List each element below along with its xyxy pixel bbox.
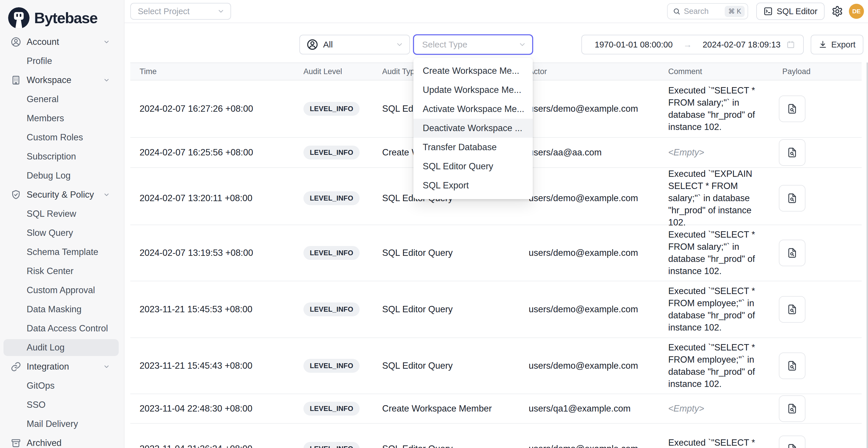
- sidebar-item-sql-review[interactable]: SQL Review: [0, 204, 124, 223]
- sidebar-item-mail-delivery[interactable]: Mail Delivery: [0, 414, 124, 434]
- chevron-down-icon: [103, 191, 110, 198]
- sidebar-item-risk-center[interactable]: Risk Center: [0, 262, 124, 281]
- sidebar-item-slow-query[interactable]: Slow Query: [0, 223, 124, 243]
- type-menu-option[interactable]: Deactivate Workspace ...: [413, 119, 533, 138]
- col-header-audit-level: Audit Level: [303, 67, 382, 76]
- type-menu-option[interactable]: Transfer Database: [413, 138, 533, 157]
- sidebar-item-general[interactable]: General: [0, 90, 124, 109]
- cell-comment: <Empty>: [668, 147, 779, 159]
- cell-audit-level: LEVEL_INFO: [303, 246, 382, 260]
- sidebar-item-workspace[interactable]: Workspace: [0, 71, 124, 90]
- bytebase-logo-icon: [8, 7, 30, 29]
- view-payload-button[interactable]: [779, 352, 805, 379]
- cell-actor: users/demo@example.com: [529, 248, 668, 258]
- settings-gear-icon[interactable]: [832, 5, 843, 17]
- cell-audit-level: LEVEL_INFO: [303, 302, 382, 316]
- search-input[interactable]: Search ⌘ K: [667, 3, 748, 20]
- view-payload-button[interactable]: [779, 139, 805, 166]
- sidebar-item-sso[interactable]: SSO: [0, 395, 124, 414]
- project-select[interactable]: Select Project: [130, 3, 231, 20]
- table-row: 2024-02-07 13:19:53 +08:00 LEVEL_INFO SQ…: [130, 225, 862, 281]
- cell-actor: users/aa@aa.com: [529, 147, 668, 158]
- level-badge: LEVEL_INFO: [303, 442, 360, 448]
- sidebar-item-debug-log[interactable]: Debug Log: [0, 166, 124, 185]
- table-row: 2023-11-21 15:45:53 +08:00 LEVEL_INFO SQ…: [130, 281, 862, 338]
- type-menu-option[interactable]: Update Workspace Me...: [413, 81, 533, 100]
- actor-filter-value: All: [323, 40, 396, 50]
- cell-payload: [779, 185, 862, 212]
- sql-editor-button[interactable]: SQL Editor: [756, 3, 825, 20]
- view-payload-button[interactable]: [779, 96, 805, 122]
- user-avatar[interactable]: DE: [849, 4, 864, 19]
- brand-logo[interactable]: Bytebase: [0, 0, 124, 31]
- view-payload-button[interactable]: [779, 436, 805, 448]
- sidebar-item-subscription[interactable]: Subscription: [0, 147, 124, 166]
- sidebar-item-data-masking[interactable]: Data Masking: [0, 300, 124, 319]
- project-select-label: Select Project: [138, 7, 190, 16]
- table-row: 2023-11-04 21:26:24 +08:00 LEVEL_INFO SQ…: [130, 424, 862, 448]
- scrollbar[interactable]: [867, 63, 868, 448]
- link-icon: [10, 361, 22, 372]
- cell-time: 2024-02-07 16:25:56 +08:00: [140, 147, 303, 158]
- view-payload-button[interactable]: [779, 296, 805, 323]
- col-header-time: Time: [140, 67, 303, 76]
- file-search-icon: [786, 303, 798, 315]
- actor-filter-select[interactable]: All: [299, 35, 410, 55]
- view-payload-button[interactable]: [779, 395, 805, 422]
- sidebar-item-audit-log[interactable]: Audit Log: [0, 338, 124, 357]
- cell-time: 2023-11-04 22:48:30 +08:00: [140, 404, 303, 414]
- sidebar-item-integration[interactable]: Integration: [0, 357, 124, 376]
- sidebar-item-account[interactable]: Account: [0, 32, 124, 52]
- type-filter-select[interactable]: Select Type: [413, 35, 533, 55]
- sidebar-item-custom-approval[interactable]: Custom Approval: [0, 281, 124, 300]
- search-placeholder: Search: [684, 7, 725, 16]
- cell-actor: users/demo@example.com: [529, 361, 668, 371]
- type-menu-option[interactable]: SQL Editor Query: [413, 157, 533, 176]
- level-badge: LEVEL_INFO: [303, 246, 360, 260]
- sidebar-item-members[interactable]: Members: [0, 109, 124, 128]
- cell-payload: [779, 352, 862, 379]
- cell-actor: users/demo@example.com: [529, 304, 668, 315]
- table-row: 2023-11-21 15:45:43 +08:00 LEVEL_INFO SQ…: [130, 338, 862, 394]
- sidebar-item-custom-roles[interactable]: Custom Roles: [0, 128, 124, 147]
- cell-audit-level: LEVEL_INFO: [303, 102, 382, 116]
- view-payload-button[interactable]: [779, 239, 805, 266]
- type-menu-option[interactable]: Create Workspace Me...: [413, 61, 533, 81]
- search-icon: [673, 7, 680, 15]
- cell-comment: Executed `"SELECT * FROM salary;"` in da…: [668, 229, 779, 277]
- cell-payload: [779, 96, 862, 122]
- top-right-cluster: Search ⌘ K SQL Editor DE: [667, 3, 868, 20]
- chevron-down-icon: [103, 77, 110, 84]
- sidebar-item-data-access-control[interactable]: Data Access Control: [0, 319, 124, 338]
- sidebar-item-gitops[interactable]: GitOps: [0, 376, 124, 395]
- user-circle-icon: [10, 36, 22, 47]
- cell-audit-level: LEVEL_INFO: [303, 402, 382, 416]
- cell-audit-level: LEVEL_INFO: [303, 442, 382, 448]
- download-icon: [818, 40, 827, 49]
- type-menu-option[interactable]: SQL Export: [413, 176, 533, 195]
- cell-comment: Executed `"SELECT * FROM employee;"` in …: [668, 342, 779, 390]
- cell-audit-level: LEVEL_INFO: [303, 359, 382, 373]
- date-to-value: 2024-02-07 18:09:13: [703, 40, 781, 50]
- table-row: 2023-11-04 22:48:30 +08:00 LEVEL_INFO Cr…: [130, 394, 862, 424]
- top-bar: Select Project Search ⌘ K SQL Editor: [124, 0, 868, 23]
- date-range-input[interactable]: 1970-01-01 08:00:00 → 2024-02-07 18:09:1…: [581, 35, 804, 55]
- cell-time: 2023-11-04 21:26:24 +08:00: [140, 444, 303, 448]
- terminal-icon: [764, 7, 773, 16]
- sidebar-item-profile[interactable]: Profile: [0, 52, 124, 71]
- export-button[interactable]: Export: [811, 35, 863, 55]
- type-menu-option[interactable]: Activate Workspace Me...: [413, 100, 533, 119]
- chevron-down-icon: [217, 7, 225, 15]
- cell-actor: users/demo@example.com: [529, 104, 668, 114]
- main-area: Select Project Search ⌘ K SQL Editor: [124, 0, 868, 448]
- cell-comment: Executed `"EXPLAIN SELECT * FROM salary;…: [668, 168, 779, 229]
- brand-name: Bytebase: [34, 9, 97, 27]
- sidebar-item-schema-template[interactable]: Schema Template: [0, 243, 124, 262]
- cell-payload: [779, 395, 862, 422]
- sidebar-item-archived[interactable]: Archived: [0, 434, 124, 448]
- view-payload-button[interactable]: [779, 185, 805, 212]
- col-header-payload: Payload: [779, 67, 862, 76]
- shield-check-icon: [10, 189, 22, 200]
- sidebar-item-security-policy[interactable]: Security & Policy: [0, 185, 124, 204]
- archive-icon: [10, 438, 22, 448]
